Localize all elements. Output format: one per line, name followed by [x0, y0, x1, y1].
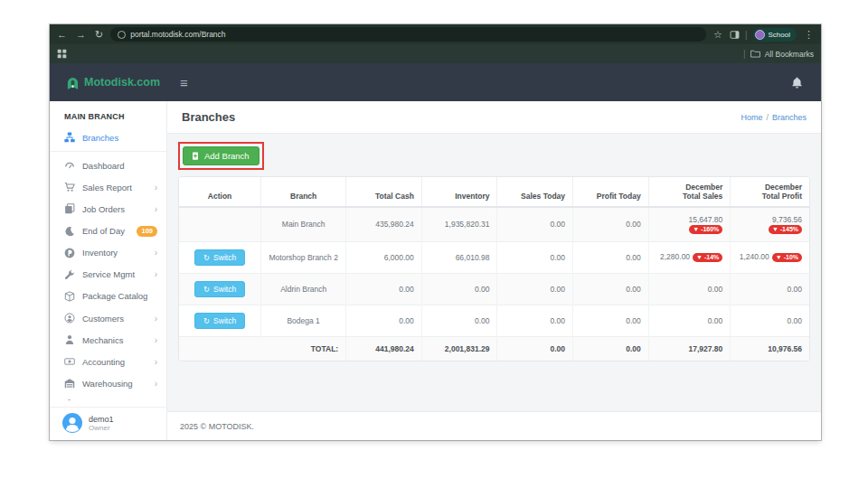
page-footer: 2025 © MOTODISK.: [167, 411, 821, 440]
user-avatar: [62, 413, 82, 433]
sidebar-item-dashboard[interactable]: Dashboard: [50, 155, 166, 176]
dec-sales-cell: 0.00: [648, 305, 731, 336]
helmet-logo-icon: [66, 76, 80, 89]
cart-icon: [64, 182, 75, 192]
total-label-cell: TOTAL:: [179, 336, 346, 361]
sidebar-item-customers[interactable]: Customers ›: [50, 307, 166, 329]
sidebar-item-label: Mechanics: [82, 335, 123, 345]
sidebar-item-branches[interactable]: Branches: [50, 127, 166, 148]
switch-branch-button[interactable]: ↻Switch: [194, 249, 245, 266]
switch-refresh-icon: ↻: [203, 316, 210, 325]
sidebar-item-label: Dashboard: [82, 161, 124, 171]
content-header: Branches Home / Branches: [167, 101, 821, 134]
action-cell: [179, 207, 261, 241]
back-icon[interactable]: ←: [55, 30, 69, 40]
content-main: Add Branch Action Branch Total Cash Inve…: [167, 134, 821, 411]
browser-menu-icon[interactable]: ⋮: [802, 30, 816, 40]
profile-avatar: [755, 30, 765, 40]
warehouse-icon: [64, 378, 75, 389]
bookmark-star-icon[interactable]: ☆: [712, 30, 724, 40]
inventory-cell: 0.00: [421, 305, 497, 336]
breadcrumb: Home / Branches: [741, 113, 807, 122]
side-panel-icon[interactable]: [730, 30, 740, 40]
app-logo[interactable]: Motodisk.com: [50, 76, 167, 89]
reload-icon[interactable]: ↻: [93, 30, 105, 40]
sidebar-divider: [50, 151, 166, 152]
sidebar-item-service-mgmt[interactable]: Service Mgmt ›: [50, 264, 166, 286]
total-cash-cell: 435,980.24: [346, 207, 422, 241]
product-circle-icon: [64, 248, 75, 258]
action-cell: ↻Switch: [179, 305, 261, 336]
sidebar-item-label: Customers: [82, 314, 124, 324]
mechanic-person-icon: [64, 334, 75, 345]
wrench-icon: [64, 269, 75, 280]
chevron-right-icon: ›: [155, 357, 157, 367]
chevron-right-icon: ›: [155, 379, 157, 389]
chevron-right-icon: ›: [155, 248, 157, 258]
profile-label: School: [769, 31, 790, 39]
browser-profile-chip[interactable]: School: [753, 28, 797, 42]
chevron-right-icon: ›: [155, 204, 157, 214]
sidebar-item-label: Package Catalog: [82, 291, 147, 301]
content-area: Branches Home / Branches Add Branch: [167, 101, 821, 440]
branch-cell: Aldrin Branch: [261, 273, 346, 305]
apps-grid-icon[interactable]: [57, 49, 67, 59]
sidebar-item-dash[interactable]: -: [50, 395, 166, 408]
table-row-aldrin-branch: ↻Switch Aldrin Branch 0.00 0.00 0.00 0.0…: [179, 273, 809, 305]
table-row-motorshop-branch-2: ↻Switch Motorshop Branch 2 6,000.00 66,0…: [179, 241, 809, 273]
chevron-right-icon: ›: [155, 335, 157, 345]
add-branch-button[interactable]: Add Branch: [183, 146, 259, 165]
branches-table: Action Branch Total Cash Inventory Sales…: [179, 177, 809, 361]
dec-profit-total: 10,976.56: [731, 336, 809, 361]
dec-profit-cell: 9,736.56▼ -145%: [731, 207, 809, 241]
switch-branch-button[interactable]: ↻Switch: [194, 313, 245, 329]
forward-icon[interactable]: →: [74, 30, 88, 40]
address-bar[interactable]: portal.motodisk.com/Branch: [110, 27, 706, 42]
sidebar-item-label: Warehousing: [82, 379, 133, 389]
moon-icon: [64, 226, 75, 237]
col-sales-today: Sales Today: [497, 177, 573, 207]
sidebar-item-job-orders[interactable]: Job Orders ›: [50, 198, 166, 220]
inventory-cell: 66,010.98: [421, 241, 497, 273]
col-action: Action: [179, 177, 261, 207]
site-info-icon[interactable]: [118, 31, 126, 39]
inventory-cell: 0.00: [421, 273, 497, 305]
sidebar-item-mechanics[interactable]: Mechanics ›: [50, 329, 166, 351]
sidebar-item-inventory[interactable]: Inventory ›: [50, 242, 166, 264]
app-header: Motodisk.com ≡: [50, 63, 821, 101]
sales-today-cell: 0.00: [497, 305, 573, 336]
all-bookmarks[interactable]: | All Bookmarks: [743, 49, 814, 59]
sidebar-toggle-icon[interactable]: ≡: [180, 75, 188, 90]
inventory-total: 2,001,831.29: [421, 336, 497, 361]
sidebar-item-label: End of Day: [82, 226, 125, 236]
sales-today-total: 0.00: [497, 336, 573, 361]
total-cash-cell: 6,000.00: [346, 241, 422, 273]
sidebar-item-sales-report[interactable]: Sales Report ›: [50, 176, 166, 198]
dec-profit-cell: 0.00: [731, 305, 809, 336]
folder-icon: [750, 49, 760, 59]
sidebar-user-panel[interactable]: demo1 Owner: [50, 407, 166, 440]
package-box-icon: [64, 291, 75, 302]
dec-sales-cell: 15,647.80▼ -160%: [648, 207, 731, 241]
chevron-right-icon: ›: [155, 269, 157, 279]
sidebar-item-accounting[interactable]: Accounting ›: [50, 351, 166, 372]
browser-toolbar: ← → ↻ portal.motodisk.com/Branch ☆ | Sch…: [50, 24, 821, 44]
sidebar-item-end-of-day[interactable]: End of Day 109: [50, 221, 166, 242]
branch-cell: Main Branch: [261, 207, 346, 241]
col-inventory: Inventory: [421, 177, 497, 207]
action-cell: ↻Switch: [179, 273, 261, 305]
annotation-highlight-box: Add Branch: [178, 142, 264, 170]
bookmarks-divider: |: [743, 49, 746, 59]
sidebar-item-package-catalog[interactable]: Package Catalog: [50, 286, 166, 307]
sidebar-item-warehousing[interactable]: Warehousing ›: [50, 372, 166, 394]
breadcrumb-home-link[interactable]: Home: [741, 113, 762, 122]
notifications-bell-icon[interactable]: [791, 77, 803, 89]
copyright-text: 2025 © MOTODISK.: [180, 422, 254, 431]
user-name: demo1: [89, 415, 114, 424]
dec-sales-total: 17,927.80: [648, 336, 731, 361]
logo-text: Motodisk.com: [84, 76, 160, 89]
url-text: portal.motodisk.com/Branch: [130, 30, 225, 39]
action-cell: ↻Switch: [179, 241, 261, 273]
breadcrumb-current-link[interactable]: Branches: [772, 113, 807, 122]
switch-branch-button[interactable]: ↻Switch: [194, 281, 245, 297]
